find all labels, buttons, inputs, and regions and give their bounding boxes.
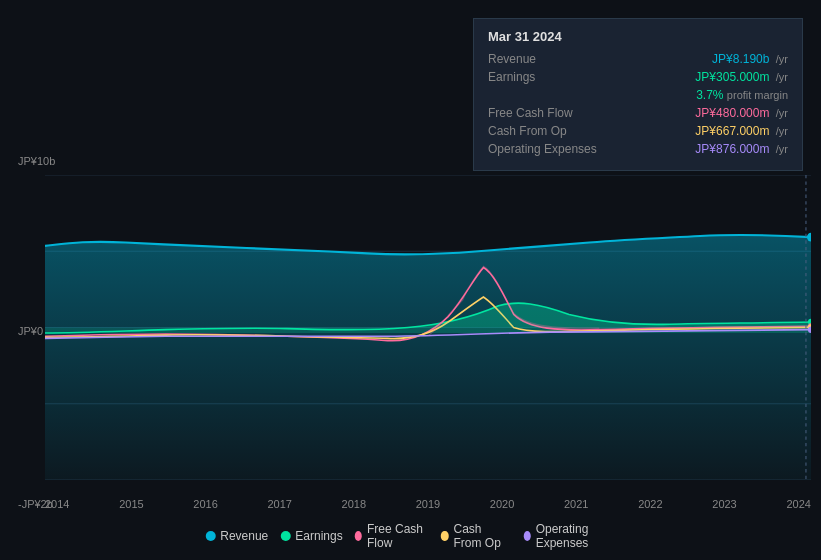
x-label-2015: 2015 [119,498,143,510]
x-label-2021: 2021 [564,498,588,510]
tooltip-profit-margin: 3.7% [696,88,723,102]
tooltip-earnings-label: Earnings [488,70,608,84]
legend-dot-earnings [280,531,290,541]
x-label-2014: 2014 [45,498,69,510]
legend-dot-revenue [205,531,215,541]
legend-cash-from-op[interactable]: Cash From Op [441,522,511,550]
x-label-2020: 2020 [490,498,514,510]
tooltip-revenue-row: Revenue JP¥8.190b /yr [488,52,788,66]
legend-label-cash-from-op: Cash From Op [454,522,512,550]
tooltip-profit-margin-row: 3.7% profit margin [488,88,788,102]
legend-revenue[interactable]: Revenue [205,529,268,543]
tooltip-free-cash-row: Free Cash Flow JP¥480.000m /yr [488,106,788,120]
tooltip-op-expenses-suffix: /yr [776,143,788,155]
legend-label-op-expenses: Operating Expenses [536,522,616,550]
legend-dot-free-cash [355,531,362,541]
chart-legend: Revenue Earnings Free Cash Flow Cash Fro… [205,522,616,550]
tooltip-cash-from-op-suffix: /yr [776,125,788,137]
x-label-2016: 2016 [193,498,217,510]
x-label-2018: 2018 [342,498,366,510]
x-label-2024: 2024 [786,498,810,510]
chart-area: JP¥10b JP¥0 -JP¥2b [0,155,821,510]
tooltip-cash-from-op-label: Cash From Op [488,124,608,138]
legend-dot-op-expenses [523,531,530,541]
legend-label-free-cash: Free Cash Flow [367,522,429,550]
tooltip-date: Mar 31 2024 [488,29,788,44]
legend-free-cash[interactable]: Free Cash Flow [355,522,430,550]
tooltip-op-expenses-label: Operating Expenses [488,142,608,156]
legend-label-revenue: Revenue [220,529,268,543]
tooltip-free-cash-label: Free Cash Flow [488,106,608,120]
y-axis-top-label: JP¥10b [18,155,55,167]
tooltip-free-cash-value: JP¥480.000m [695,106,769,120]
x-label-2017: 2017 [267,498,291,510]
tooltip-op-expenses-value: JP¥876.000m [695,142,769,156]
legend-dot-cash-from-op [441,531,448,541]
tooltip-revenue-label: Revenue [488,52,608,66]
legend-earnings[interactable]: Earnings [280,529,342,543]
tooltip-panel: Mar 31 2024 Revenue JP¥8.190b /yr Earnin… [473,18,803,171]
chart-svg [45,175,811,480]
revenue-area [45,235,811,480]
tooltip-cash-from-op-value: JP¥667.000m [695,124,769,138]
chart-svg-container [45,175,811,480]
tooltip-earnings-value: JP¥305.000m [695,70,769,84]
y-axis-mid-label: JP¥0 [18,325,43,337]
x-axis-labels: 2014 2015 2016 2017 2018 2019 2020 2021 … [45,498,811,510]
x-label-2022: 2022 [638,498,662,510]
legend-op-expenses[interactable]: Operating Expenses [523,522,616,550]
tooltip-revenue-suffix: /yr [776,53,788,65]
tooltip-profit-margin-text: profit margin [727,89,788,101]
legend-label-earnings: Earnings [295,529,342,543]
x-label-2019: 2019 [416,498,440,510]
tooltip-earnings-row: Earnings JP¥305.000m /yr [488,70,788,84]
tooltip-earnings-suffix: /yr [776,71,788,83]
tooltip-op-expenses-row: Operating Expenses JP¥876.000m /yr [488,142,788,156]
x-label-2023: 2023 [712,498,736,510]
tooltip-free-cash-suffix: /yr [776,107,788,119]
tooltip-revenue-value: JP¥8.190b [712,52,769,66]
tooltip-cash-from-op-row: Cash From Op JP¥667.000m /yr [488,124,788,138]
